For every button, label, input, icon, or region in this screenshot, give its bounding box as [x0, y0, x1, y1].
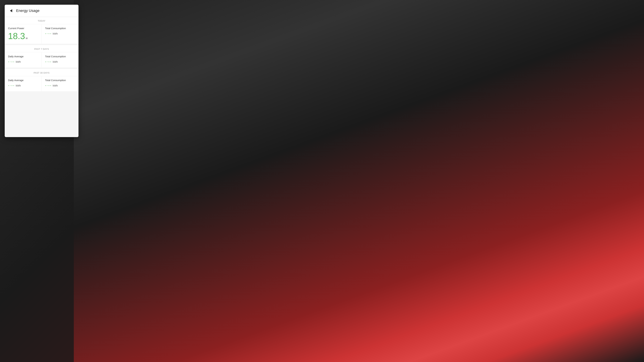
daily-average-30-cell: Daily Average -·-- kWh [5, 76, 42, 91]
past-7-days-body: Daily Average -·-- kWh Total Consumption… [5, 52, 78, 67]
current-power-value-row: 18.3 w [8, 32, 38, 40]
past-30-days-header: PAST 30 DAYS [5, 69, 78, 76]
total-consumption-30-dash-value: -·-- [45, 84, 52, 87]
daily-average-7-unit: kWh [16, 60, 21, 63]
current-power-unit: w [26, 37, 28, 40]
content-area: TODAY Current Power 18.3 w Total Consump… [5, 17, 78, 137]
past-30-days-section: PAST 30 DAYS Daily Average -·-- kWh Tota… [5, 69, 78, 91]
past-30-days-body: Daily Average -·-- kWh Total Consumption… [5, 76, 78, 91]
total-consumption-30-cell: Total Consumption -·-- kWh [42, 76, 79, 91]
total-consumption-today-dashes: -·-- kWh [45, 32, 75, 35]
total-consumption-7-cell: Total Consumption -·-- kWh [42, 52, 79, 67]
total-consumption-7-unit: kWh [53, 60, 58, 63]
daily-average-30-dashes: -·-- kWh [8, 84, 38, 87]
daily-average-7-dashes: -·-- kWh [8, 60, 38, 63]
total-consumption-today-cell: Total Consumption -·-- kWh [42, 24, 79, 44]
daily-average-7-cell: Daily Average -·-- kWh [5, 52, 42, 67]
daily-average-7-label: Daily Average [8, 55, 38, 58]
back-button[interactable] [8, 8, 14, 14]
past-7-days-section: PAST 7 DAYS Daily Average -·-- kWh Total… [5, 45, 78, 67]
past-7-days-label: PAST 7 DAYS [34, 48, 49, 50]
total-consumption-today-label: Total Consumption [45, 27, 75, 30]
past-7-days-header: PAST 7 DAYS [5, 45, 78, 52]
total-consumption-today-dash-value: -·-- [45, 32, 52, 35]
current-power-label: Current Power [8, 27, 38, 30]
daily-average-7-dash-value: -·-- [8, 60, 15, 63]
today-header: TODAY [5, 17, 78, 24]
daily-average-30-dash-value: -·-- [8, 84, 15, 87]
total-consumption-7-dashes: -·-- kWh [45, 60, 75, 63]
header: Energy Usage [5, 5, 78, 17]
total-consumption-7-label: Total Consumption [45, 55, 75, 58]
daily-average-30-unit: kWh [16, 84, 21, 87]
today-section: TODAY Current Power 18.3 w Total Consump… [5, 17, 78, 44]
page-title: Energy Usage [16, 8, 40, 13]
current-power-value: 18.3 [8, 32, 25, 40]
current-power-cell: Current Power 18.3 w [5, 24, 42, 44]
total-consumption-30-dashes: -·-- kWh [45, 84, 75, 87]
past-30-days-label: PAST 30 DAYS [34, 71, 50, 74]
total-consumption-30-label: Total Consumption [45, 79, 75, 82]
back-arrow-icon [10, 9, 12, 12]
mobile-panel: Energy Usage TODAY Current Power 18.3 w [5, 5, 78, 137]
total-consumption-today-unit: kWh [53, 32, 58, 35]
today-body: Current Power 18.3 w Total Consumption -… [5, 24, 78, 44]
today-label: TODAY [38, 19, 46, 22]
total-consumption-30-unit: kWh [53, 84, 58, 87]
router-background [74, 0, 644, 362]
daily-average-30-label: Daily Average [8, 79, 38, 82]
total-consumption-7-dash-value: -·-- [45, 60, 52, 63]
